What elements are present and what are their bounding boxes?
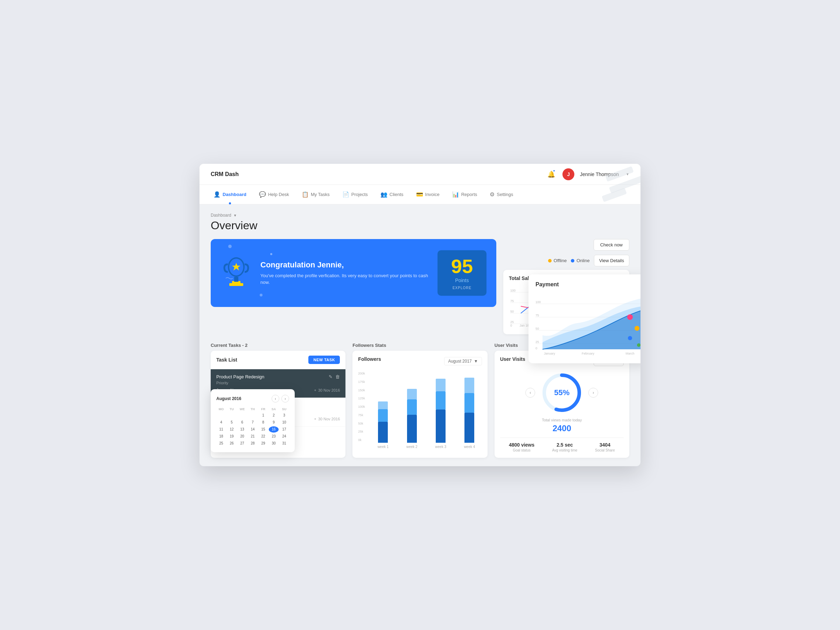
calendar-day[interactable]: 20 (237, 433, 247, 440)
calendar-day[interactable]: 6 (237, 419, 247, 426)
nav-helpdesk[interactable]: 💬 Help Desk (253, 185, 295, 204)
calendar-day[interactable]: 18 (216, 433, 226, 440)
calendar-day[interactable]: 2 (269, 412, 279, 418)
navbar: 👤 Dashboard 💬 Help Desk 📋 My Tasks 📄 Pro… (199, 185, 641, 204)
calendar-day (248, 412, 257, 418)
calendar-day[interactable]: 23 (269, 433, 279, 440)
calendar-day[interactable]: 3 (279, 412, 289, 418)
clients-icon: 👥 (381, 191, 387, 198)
calendar-day[interactable]: 31 (279, 440, 289, 447)
bar-label: week 1 (377, 445, 389, 449)
calendar-day[interactable]: 17 (279, 426, 289, 433)
points-label: Points (455, 278, 469, 283)
calendar-day[interactable]: 10 (279, 419, 289, 426)
banner-text: Congratulation Jennie, You've completed … (261, 261, 429, 286)
svg-text:50: 50 (535, 327, 539, 330)
bar-mid (378, 409, 388, 422)
circle-chart: 55% (541, 372, 583, 414)
calendar-day[interactable]: 1 (258, 412, 268, 418)
calendar-day[interactable]: 9 (269, 419, 279, 426)
visits-title: User Visits (500, 356, 525, 362)
new-task-button[interactable]: NEW TASK (308, 355, 340, 364)
online-legend: Online (571, 258, 590, 263)
calendar-day[interactable]: 28 (248, 440, 257, 447)
followers-card-title: Followers (358, 356, 381, 362)
svg-text:February: February (582, 352, 595, 355)
user-menu-chevron[interactable]: ▼ (626, 172, 629, 176)
banner-points-box: 95 Points EXPLORE (437, 250, 486, 296)
calendar-day[interactable]: 11 (216, 426, 226, 433)
nav-reports[interactable]: 📊 Reports (447, 185, 483, 204)
calendar-grid: MO TU WE TH FR SA SU 1 2 3 4 5 6 7 (216, 407, 289, 447)
svg-text:50: 50 (510, 310, 514, 313)
calendar-day[interactable]: 8 (258, 419, 268, 426)
calendar-day[interactable]: 15 (258, 426, 268, 433)
notifications-bell[interactable]: 🔔 (546, 169, 557, 180)
nav-dashboard[interactable]: 👤 Dashboard (208, 185, 252, 204)
check-row: Check now (503, 239, 629, 251)
nav-settings[interactable]: ⚙ Settings (484, 185, 519, 204)
calendar-day (216, 412, 226, 418)
followers-card: Followers August 2017 ▼ 200k 175k 150k 1… (352, 351, 487, 458)
progress-percent: 55% (554, 388, 570, 397)
next-month-button[interactable]: › (281, 395, 289, 403)
nav-clients[interactable]: 👥 Clients (375, 185, 409, 204)
calendar-day[interactable]: 25 (216, 440, 226, 447)
edit-icon[interactable]: ✎ (328, 374, 333, 379)
svg-text:March: March (625, 352, 634, 355)
app-wrapper: CRM Dash 🔔 J Jennie Thompson ▼ 👤 Dashboa… (199, 164, 641, 466)
nav-invoice[interactable]: 💳 Invoice (411, 185, 445, 204)
next-goal-button[interactable]: › (588, 388, 598, 398)
clock-icon: ⚬ (314, 388, 317, 393)
breadcrumb: Dashboard ▼ (211, 213, 629, 218)
payment-title: Payment (535, 281, 641, 288)
calendar-day[interactable]: 30 (269, 440, 279, 447)
calendar-day[interactable]: 29 (258, 440, 268, 447)
calendar-day (227, 412, 237, 418)
explore-button[interactable]: EXPLORE (453, 286, 471, 290)
calendar-day[interactable]: 4 (216, 419, 226, 426)
followers-dropdown[interactable]: August 2017 ▼ (444, 357, 482, 365)
calendar-day[interactable]: 13 (237, 426, 247, 433)
calendar-day[interactable]: 26 (227, 440, 237, 447)
svg-text:0: 0 (510, 324, 512, 327)
calendar-day[interactable]: 7 (248, 419, 257, 426)
view-details-button[interactable]: View Details (594, 255, 629, 266)
calendar-day[interactable]: 21 (248, 433, 257, 440)
topbar-right: 🔔 J Jennie Thompson ▼ (546, 168, 629, 180)
bar-dark (436, 409, 445, 443)
calendar-day[interactable]: 14 (248, 426, 257, 433)
calendar-day[interactable]: 5 (227, 419, 237, 426)
task-name: Product Page Redesign (216, 374, 264, 379)
metric-value: 2.5 sec (552, 442, 578, 448)
calendar-day[interactable]: 22 (258, 433, 268, 440)
followers-bar-chart: 200k 175k 150k 125k 100k 75k 50k 25k 0k (358, 372, 482, 449)
circle-progress: ‹ 55% › (500, 372, 624, 414)
bar-mid (464, 393, 474, 413)
calendar-day[interactable]: 27 (237, 440, 247, 447)
svg-point-31 (627, 314, 633, 320)
day-header: TU (227, 407, 237, 412)
svg-point-33 (628, 336, 632, 340)
tasks-section-title: Current Tasks - 2 (211, 343, 346, 348)
calendar-day[interactable]: 12 (227, 426, 237, 433)
nav-projects[interactable]: 📄 Projects (337, 185, 373, 204)
calendar-day[interactable]: 24 (279, 433, 289, 440)
bar-label: week 4 (464, 445, 475, 449)
check-now-button[interactable]: Check now (594, 239, 629, 251)
delete-icon[interactable]: 🗑 (335, 374, 340, 379)
app-logo: CRM Dash (211, 171, 239, 177)
day-header: SU (279, 407, 289, 412)
bar-dark (464, 413, 474, 443)
bar-dark (407, 415, 417, 443)
bar-group-week3: week 3 (428, 379, 453, 449)
nav-mytasks[interactable]: 📋 My Tasks (296, 185, 335, 204)
user-name[interactable]: Jennie Thompson (580, 172, 619, 177)
prev-goal-button[interactable]: ‹ (525, 388, 535, 398)
prev-month-button[interactable]: ‹ (272, 395, 279, 403)
calendar-day-today[interactable]: 16 (269, 426, 279, 433)
tasks-header: Task List NEW TASK (211, 351, 346, 369)
calendar-day[interactable]: 19 (227, 433, 237, 440)
bar-groups: week 1 week 2 (371, 372, 482, 449)
bar-light (464, 377, 474, 393)
